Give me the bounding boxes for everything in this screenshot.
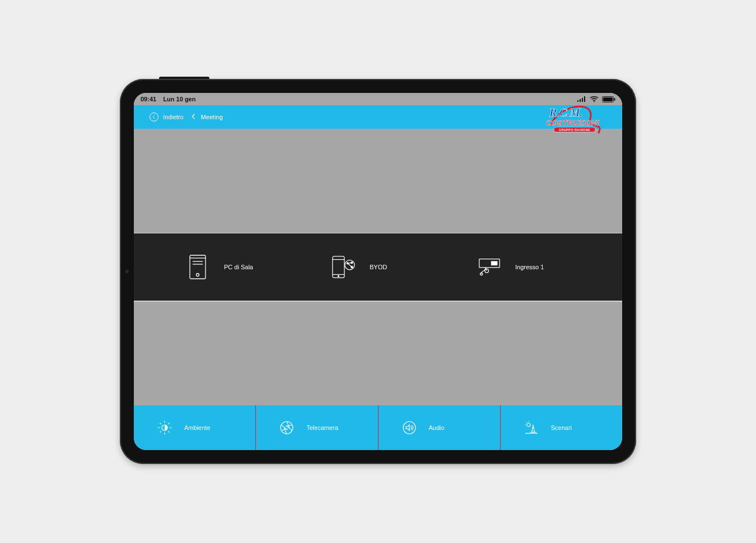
source-byod[interactable]: BYOD	[330, 254, 426, 280]
source-label: BYOD	[370, 264, 387, 270]
back-circle-icon	[150, 113, 158, 121]
svg-rect-0	[577, 100, 578, 102]
nav-audio[interactable]: Audio	[378, 405, 500, 450]
nav-scenari[interactable]: Scenari	[500, 405, 622, 450]
chevron-left-icon	[192, 114, 195, 120]
status-time-date: 09:41 Lun 10 gen	[141, 96, 195, 102]
scene-icon	[524, 420, 539, 435]
nav-label: Telecamera	[306, 424, 338, 431]
device-camera-dot	[125, 270, 129, 273]
nav-label: Ambiente	[184, 424, 210, 431]
svg-point-20	[338, 275, 339, 277]
source-ingresso-1[interactable]: Ingresso 1	[476, 254, 571, 280]
source-label: PC di Sala	[224, 264, 253, 270]
svg-rect-3	[584, 96, 585, 102]
battery-icon	[602, 96, 615, 102]
svg-point-42	[527, 423, 530, 427]
back-label: Indietro	[163, 114, 184, 120]
phone-share-icon	[330, 254, 356, 280]
nav-ambiente[interactable]: Ambiente	[134, 405, 255, 450]
svg-point-4	[594, 101, 595, 102]
status-time: 09:41	[141, 96, 156, 102]
svg-point-40	[281, 422, 293, 434]
speaker-icon	[402, 420, 417, 435]
svg-line-39	[168, 423, 169, 424]
pc-tower-icon	[185, 254, 211, 280]
svg-line-38	[160, 431, 161, 432]
svg-rect-2	[582, 98, 583, 102]
nav-telecamera[interactable]: Telecamera	[255, 405, 377, 450]
tablet-frame: 09:41 Lun 10 gen	[120, 79, 636, 464]
upper-empty-panel	[134, 129, 622, 233]
input-port-icon	[476, 254, 502, 280]
brightness-icon	[157, 420, 172, 435]
source-pc-di-sala[interactable]: PC di Sala	[185, 254, 280, 280]
lower-empty-panel	[134, 301, 622, 406]
wifi-icon	[590, 96, 599, 102]
screen: 09:41 Lun 10 gen	[134, 93, 622, 450]
status-date: Lun 10 gen	[163, 96, 195, 102]
svg-text:R.C.M.: R.C.M.	[549, 106, 582, 119]
svg-rect-28	[491, 261, 498, 265]
svg-point-16	[197, 273, 199, 276]
status-indicators	[577, 96, 615, 102]
svg-line-45	[526, 422, 526, 423]
source-label: Ingresso 1	[515, 264, 544, 270]
svg-rect-12	[190, 255, 206, 279]
nav-label: Scenari	[551, 424, 572, 431]
source-row: PC di Sala	[134, 233, 622, 301]
svg-rect-1	[580, 99, 581, 102]
breadcrumb-label: Meeting	[201, 114, 223, 120]
top-bar: Indietro Meeting R.C.M. COSTRUZIONI GRUP…	[134, 105, 622, 129]
svg-line-26	[348, 263, 352, 267]
breadcrumb[interactable]: Meeting	[192, 114, 223, 120]
svg-rect-7	[614, 98, 615, 101]
cellular-icon	[577, 96, 586, 102]
svg-text:COSTRUZIONI: COSTRUZIONI	[546, 119, 599, 127]
svg-line-37	[168, 431, 169, 432]
aperture-icon	[279, 420, 294, 435]
svg-line-36	[160, 423, 161, 424]
back-button[interactable]: Indietro	[150, 113, 184, 121]
svg-rect-6	[603, 97, 613, 101]
nav-label: Audio	[429, 424, 445, 431]
status-bar: 09:41 Lun 10 gen	[134, 93, 622, 105]
bottom-nav: Ambiente Telecamera	[134, 405, 622, 450]
